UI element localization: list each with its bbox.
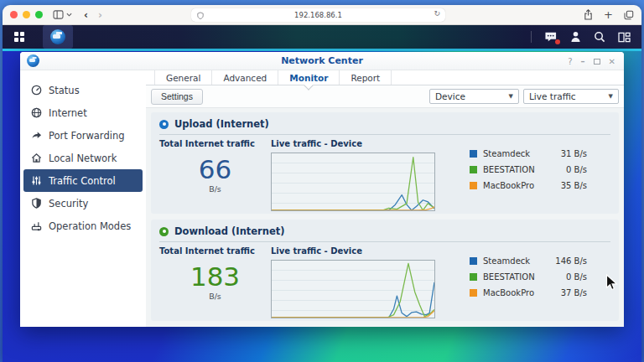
srm-desktop-wallpaper: Network Center ? – ✕ Status xyxy=(3,49,641,362)
sidebar-item-label: Traffic Control xyxy=(49,175,116,187)
sliders-icon xyxy=(31,175,42,186)
traffic-type-value: Live traffic xyxy=(529,91,576,101)
upload-legend: Steamdeck 31 B/s BEESTATION 0 B/s xyxy=(470,139,610,211)
sidebar-item-label: Local Network xyxy=(49,153,117,164)
back-button[interactable]: ‹ xyxy=(84,10,88,20)
home-network-icon xyxy=(31,153,42,163)
tab-advanced[interactable]: Advanced xyxy=(212,70,278,85)
live-traffic-label: Live traffic - Device xyxy=(271,139,435,148)
collapse-toggle-icon[interactable] xyxy=(159,227,169,236)
tab-general[interactable]: General xyxy=(154,70,212,85)
total-traffic-label: Total Internet traffic xyxy=(159,139,271,148)
srm-page: Network Center ? – ✕ Status xyxy=(3,25,641,362)
gauge-icon xyxy=(31,85,42,96)
sidebar-item-traffic-control[interactable]: Traffic Control xyxy=(23,169,143,192)
minimize-button[interactable]: – xyxy=(581,57,585,66)
legend-swatch xyxy=(470,289,477,297)
download-live-chart xyxy=(271,260,435,318)
main-menu-icon xyxy=(14,32,24,42)
monitor-content: Upload (Internet) Total Internet traffic… xyxy=(146,107,624,327)
notification-badge xyxy=(555,39,560,44)
sidebar-item-operation-modes[interactable]: Operation Modes xyxy=(23,215,143,237)
window-controls: ? – ✕ xyxy=(568,52,615,70)
window-traffic-lights xyxy=(10,11,43,18)
forward-arrow-icon xyxy=(31,130,42,141)
legend-device-value: 0 B/s xyxy=(566,272,605,282)
tab-bar: General Advanced Monitor Report xyxy=(146,70,624,85)
legend-device-name: Steamdeck xyxy=(483,149,530,158)
legend-row: MacBookPro 35 B/s xyxy=(470,181,605,190)
legend-device-name: MacBookPro xyxy=(483,288,534,297)
close-button[interactable]: ✕ xyxy=(609,57,615,66)
tab-overview-icon[interactable] xyxy=(624,10,634,20)
download-section: Download (Internet) Total Internet traff… xyxy=(151,220,619,321)
legend-device-value: 31 B/s xyxy=(561,149,605,158)
sidebar: Status Internet Port Forwarding Loc xyxy=(20,70,146,327)
legend-row: Steamdeck 31 B/s xyxy=(470,149,605,158)
minimize-window-button[interactable] xyxy=(23,11,30,18)
download-total-value: 183 xyxy=(159,263,271,291)
sidebar-item-label: Internet xyxy=(49,107,87,119)
network-center-window: Network Center ? – ✕ Status xyxy=(20,52,624,327)
legend-swatch xyxy=(470,150,477,158)
zoom-window-button[interactable] xyxy=(35,11,43,18)
privacy-shield-icon[interactable] xyxy=(197,12,204,21)
taskbar-divider xyxy=(531,31,532,43)
legend-device-name: BEESTATION xyxy=(483,272,535,282)
upload-total-value: 66 xyxy=(159,156,271,184)
sidebar-toggle-icon[interactable] xyxy=(53,10,72,19)
device-filter-dropdown[interactable]: Device ▼ xyxy=(429,89,519,104)
network-center-taskbar-button[interactable] xyxy=(43,25,73,49)
address-bar[interactable]: 192.168.86.1 ↻ xyxy=(191,8,445,22)
sidebar-item-local-network[interactable]: Local Network xyxy=(23,147,143,169)
chevron-down-icon: ▼ xyxy=(609,93,613,100)
legend-row: MacBookPro 37 B/s xyxy=(470,288,605,297)
legend-device-name: BEESTATION xyxy=(483,165,535,174)
sidebar-item-label: Status xyxy=(49,85,80,96)
sidebar-item-port-forwarding[interactable]: Port Forwarding xyxy=(23,124,143,147)
forward-button[interactable]: › xyxy=(98,10,102,20)
close-window-button[interactable] xyxy=(10,11,18,18)
reload-icon[interactable]: ↻ xyxy=(434,9,440,18)
collapse-toggle-icon[interactable] xyxy=(159,120,169,129)
srm-taskbar xyxy=(3,25,641,49)
sidebar-item-label: Port Forwarding xyxy=(49,130,124,142)
live-traffic-label: Live traffic - Device xyxy=(271,246,435,256)
legend-row: BEESTATION 0 B/s xyxy=(470,272,605,282)
globe-icon xyxy=(31,107,42,118)
window-header[interactable]: Network Center ? – ✕ xyxy=(20,52,624,70)
section-title: Download (Internet) xyxy=(174,225,285,237)
user-icon[interactable] xyxy=(570,31,581,43)
traffic-type-dropdown[interactable]: Live traffic ▼ xyxy=(523,89,619,104)
network-center-app-icon xyxy=(50,29,65,44)
taskbar-right-icons xyxy=(531,31,641,43)
sidebar-item-security[interactable]: Security xyxy=(23,192,143,215)
sidebar-item-internet[interactable]: Internet xyxy=(23,101,143,124)
sidebar-item-status[interactable]: Status xyxy=(23,79,143,101)
sidebar-item-label: Security xyxy=(49,198,88,209)
maximize-button[interactable] xyxy=(594,59,600,65)
legend-device-value: 0 B/s xyxy=(566,165,605,174)
legend-swatch xyxy=(470,273,477,281)
safari-window: ‹ › 192.168.86.1 ↻ + xyxy=(3,5,641,362)
main-menu-button[interactable] xyxy=(3,25,36,49)
sidebar-item-label: Operation Modes xyxy=(49,220,131,232)
support-chat-icon[interactable] xyxy=(544,31,558,43)
total-traffic-label: Total Internet traffic xyxy=(159,246,271,256)
share-icon[interactable] xyxy=(584,9,593,20)
chevron-down-icon: ▼ xyxy=(509,93,513,100)
search-icon[interactable] xyxy=(594,31,605,43)
window-title: Network Center xyxy=(20,55,624,66)
settings-button[interactable]: Settings xyxy=(151,89,203,105)
legend-swatch xyxy=(470,257,477,265)
legend-row: BEESTATION 0 B/s xyxy=(470,165,605,174)
widgets-icon[interactable] xyxy=(618,32,631,43)
help-button[interactable]: ? xyxy=(568,57,572,66)
tab-monitor[interactable]: Monitor xyxy=(278,70,340,85)
legend-row: Steamdeck 146 B/s xyxy=(470,256,605,266)
download-total-unit: B/s xyxy=(159,292,271,301)
legend-swatch xyxy=(470,182,477,189)
tab-report[interactable]: Report xyxy=(340,70,392,85)
legend-device-name: MacBookPro xyxy=(483,181,534,190)
new-tab-icon[interactable]: + xyxy=(604,9,613,20)
